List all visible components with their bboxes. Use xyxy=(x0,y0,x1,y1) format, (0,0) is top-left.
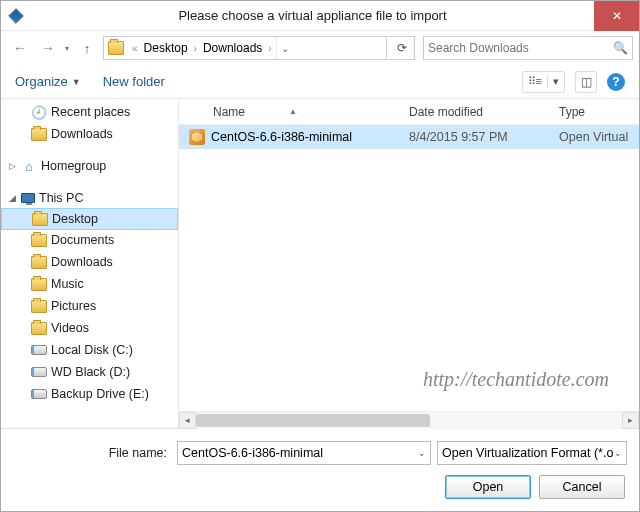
folder-icon xyxy=(31,322,47,335)
preview-pane-button[interactable]: ◫ xyxy=(575,71,597,93)
new-folder-button[interactable]: New folder xyxy=(103,74,165,89)
filename-label: File name: xyxy=(1,446,171,460)
chevron-down-icon: ⌄ xyxy=(614,448,622,458)
tree-pictures[interactable]: Pictures xyxy=(1,295,178,317)
filename-input[interactable]: CentOS-6.6-i386-minimal ⌄ xyxy=(177,441,431,465)
scroll-right-icon[interactable]: ▸ xyxy=(622,412,639,429)
chevron-right-icon: › xyxy=(190,43,201,54)
chevron-right-icon: › xyxy=(264,43,275,54)
help-button[interactable]: ? xyxy=(607,73,625,91)
back-button[interactable]: ← xyxy=(7,35,33,61)
sort-asc-icon: ▲ xyxy=(289,107,297,116)
tree-downloads[interactable]: Downloads xyxy=(1,251,178,273)
nav-bar: ← → ▾ ↑ « Desktop › Downloads › ⌄ ⟳ Sear… xyxy=(1,31,639,65)
folder-icon xyxy=(31,300,47,313)
expander-icon[interactable]: ▷ xyxy=(7,161,17,171)
cancel-button[interactable]: Cancel xyxy=(539,475,625,499)
drive-icon xyxy=(31,345,47,355)
tree-desktop[interactable]: Desktop xyxy=(1,208,178,230)
chevron-down-icon: ⌄ xyxy=(418,448,426,458)
breadcrumb-downloads[interactable]: Downloads xyxy=(201,41,264,55)
app-icon xyxy=(1,1,31,31)
tree-downloads-fav[interactable]: Downloads xyxy=(1,123,178,145)
view-button[interactable]: ⠿≡ ▾ xyxy=(522,71,565,93)
tree-documents[interactable]: Documents xyxy=(1,229,178,251)
chevron-down-icon: ▾ xyxy=(547,75,564,88)
col-date[interactable]: Date modified xyxy=(409,105,559,119)
tree-local-disk[interactable]: Local Disk (C:) xyxy=(1,339,178,361)
file-date: 8/4/2015 9:57 PM xyxy=(409,130,559,144)
open-button[interactable]: Open xyxy=(445,475,531,499)
scroll-left-icon[interactable]: ◂ xyxy=(179,412,196,429)
chevron-down-icon: ▼ xyxy=(72,77,81,87)
titlebar: Please choose a virtual appliance file t… xyxy=(1,1,639,31)
folder-icon xyxy=(31,278,47,291)
tree-this-pc[interactable]: ◢This PC xyxy=(1,187,178,209)
view-icon: ⠿≡ xyxy=(523,75,547,88)
refresh-button[interactable]: ⟳ xyxy=(389,36,415,60)
scroll-thumb[interactable] xyxy=(196,414,430,427)
file-type: Open Virtual xyxy=(559,130,639,144)
nav-tree: 🕘Recent places Downloads ▷⌂Homegroup ◢Th… xyxy=(1,99,179,428)
column-headers: Name▲ Date modified Type xyxy=(179,99,639,125)
drive-icon xyxy=(31,389,47,399)
window-title: Please choose a virtual appliance file t… xyxy=(31,8,594,23)
tree-wd-black[interactable]: WD Black (D:) xyxy=(1,361,178,383)
up-button[interactable]: ↑ xyxy=(77,38,97,58)
address-dropdown[interactable]: ⌄ xyxy=(276,37,294,59)
tree-music[interactable]: Music xyxy=(1,273,178,295)
file-dialog: Please choose a virtual appliance file t… xyxy=(0,0,640,512)
folder-icon xyxy=(31,128,47,141)
col-name[interactable]: Name▲ xyxy=(189,105,409,119)
search-placeholder: Search Downloads xyxy=(428,41,529,55)
tree-videos[interactable]: Videos xyxy=(1,317,178,339)
ova-icon xyxy=(189,129,205,145)
horizontal-scrollbar[interactable]: ◂ ▸ xyxy=(179,411,639,428)
pc-icon xyxy=(21,193,35,203)
search-icon: 🔍 xyxy=(613,41,628,55)
search-input[interactable]: Search Downloads 🔍 xyxy=(423,36,633,60)
address-bar[interactable]: « Desktop › Downloads › ⌄ xyxy=(103,36,387,60)
file-name: CentOS-6.6-i386-minimal xyxy=(211,130,352,144)
folder-icon xyxy=(31,256,47,269)
drive-icon xyxy=(31,367,47,377)
folder-icon xyxy=(31,234,47,247)
expander-icon[interactable]: ◢ xyxy=(7,193,17,203)
breadcrumb-desktop[interactable]: Desktop xyxy=(142,41,190,55)
close-button[interactable]: ✕ xyxy=(594,1,639,31)
history-dropdown[interactable]: ▾ xyxy=(63,44,71,53)
homegroup-icon: ⌂ xyxy=(21,158,37,174)
forward-button[interactable]: → xyxy=(35,35,61,61)
file-row[interactable]: CentOS-6.6-i386-minimal 8/4/2015 9:57 PM… xyxy=(179,125,639,149)
file-list: Name▲ Date modified Type CentOS-6.6-i386… xyxy=(179,99,639,428)
col-type[interactable]: Type xyxy=(559,105,639,119)
organize-menu[interactable]: Organize ▼ xyxy=(15,74,81,89)
tree-backup-drive[interactable]: Backup Drive (E:) xyxy=(1,383,178,405)
chevron-left-icon: « xyxy=(128,43,142,54)
tree-homegroup[interactable]: ▷⌂Homegroup xyxy=(1,155,178,177)
recent-icon: 🕘 xyxy=(31,104,47,120)
tree-recent-places[interactable]: 🕘Recent places xyxy=(1,101,178,123)
filetype-filter[interactable]: Open Virtualization Format (*.o ⌄ xyxy=(437,441,627,465)
toolbar: Organize ▼ New folder ⠿≡ ▾ ◫ ? xyxy=(1,65,639,99)
footer: File name: CentOS-6.6-i386-minimal ⌄ Ope… xyxy=(1,428,639,511)
folder-icon xyxy=(32,213,48,226)
folder-icon xyxy=(108,41,124,55)
